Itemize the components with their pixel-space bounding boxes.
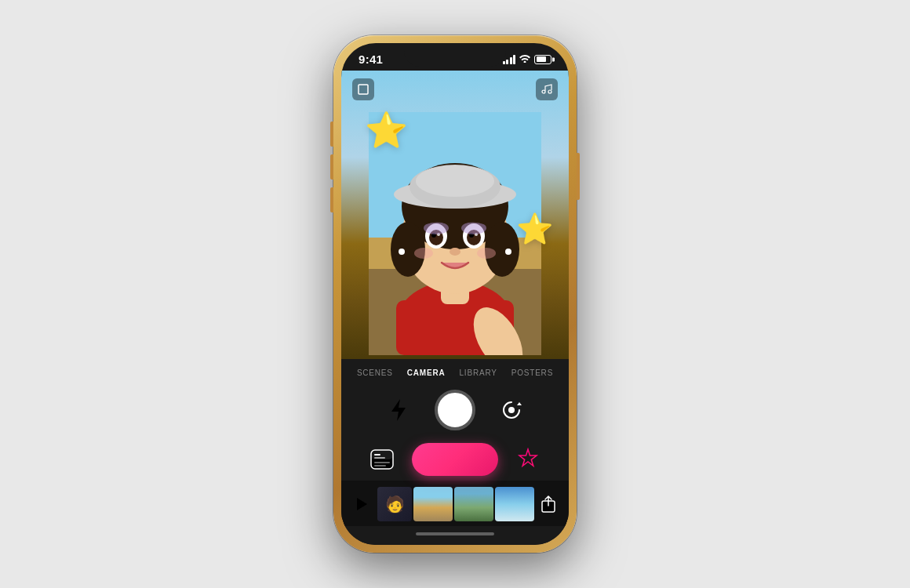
tab-scenes[interactable]: SCENES xyxy=(357,367,393,379)
camera-controls-row xyxy=(341,383,569,437)
home-bar xyxy=(416,532,494,535)
clip-people[interactable] xyxy=(454,487,493,521)
clip-sky[interactable] xyxy=(495,487,534,521)
status-time: 9:41 xyxy=(359,53,383,66)
phone-notch xyxy=(404,43,506,67)
timeline-clips: 🧑 xyxy=(377,487,534,521)
svg-point-22 xyxy=(424,222,449,234)
svg-point-28 xyxy=(505,249,511,255)
flip-camera-button[interactable] xyxy=(497,396,526,424)
action-row xyxy=(341,437,569,481)
bottom-controls-section: SCENES CAMERA LIBRARY POSTERS xyxy=(341,359,569,526)
effects-button[interactable] xyxy=(514,445,542,474)
phone-screen: 9:41 xyxy=(341,43,569,545)
record-button[interactable] xyxy=(412,443,498,476)
svg-point-27 xyxy=(399,249,405,255)
music-button[interactable] xyxy=(536,78,558,100)
tab-posters[interactable]: POSTERS xyxy=(511,367,553,379)
svg-rect-34 xyxy=(374,457,385,459)
camera-viewfinder: ⭐ ⭐ xyxy=(341,71,569,359)
home-indicator xyxy=(341,526,569,545)
status-icons xyxy=(503,54,552,65)
text-overlay-button[interactable] xyxy=(368,445,396,474)
clip-beach[interactable] xyxy=(413,487,453,521)
tab-library[interactable]: LIBRARY xyxy=(460,367,497,379)
svg-rect-36 xyxy=(374,465,386,466)
svg-rect-0 xyxy=(359,85,368,94)
phone-device: 9:41 xyxy=(333,35,577,553)
shutter-button[interactable] xyxy=(435,390,475,430)
play-button[interactable] xyxy=(351,493,373,515)
top-controls xyxy=(341,71,569,108)
svg-point-24 xyxy=(450,248,460,256)
svg-point-25 xyxy=(414,248,433,259)
tab-camera[interactable]: CAMERA xyxy=(407,367,446,379)
clip-memoji[interactable]: 🧑 xyxy=(377,487,412,521)
star-left-decoration: ⭐ xyxy=(365,110,408,151)
layers-button[interactable] xyxy=(352,78,374,100)
share-button[interactable] xyxy=(537,493,559,515)
svg-rect-33 xyxy=(374,454,380,456)
timeline-strip: 🧑 xyxy=(341,481,569,526)
flash-button[interactable] xyxy=(384,396,413,424)
svg-point-26 xyxy=(477,248,496,259)
svg-rect-35 xyxy=(374,462,390,463)
svg-point-23 xyxy=(461,222,486,234)
star-right-decoration: ⭐ xyxy=(516,212,553,246)
tab-bar: SCENES CAMERA LIBRARY POSTERS xyxy=(341,359,569,383)
svg-point-11 xyxy=(416,165,494,197)
svg-point-30 xyxy=(508,407,515,413)
battery-icon xyxy=(534,55,551,64)
wifi-icon xyxy=(519,54,530,65)
